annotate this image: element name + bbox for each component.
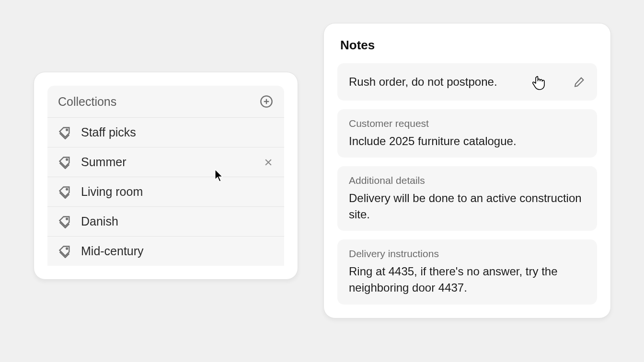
collections-list: Collections Staff picks (47, 86, 284, 266)
note-label: Customer request (349, 118, 586, 129)
svg-point-3 (66, 129, 68, 130)
tag-icon (58, 126, 71, 139)
tag-icon (58, 156, 71, 169)
collection-label: Danish (81, 215, 274, 228)
note-text: Ring at 4435, if there's no answer, try … (349, 263, 586, 295)
note-item[interactable]: Rush order, do not postpone. (337, 63, 597, 101)
collection-row[interactable]: Staff picks (47, 118, 284, 147)
add-collection-button[interactable] (259, 94, 274, 109)
collection-label: Summer (81, 155, 253, 169)
close-icon (264, 158, 273, 167)
tag-icon (58, 245, 71, 258)
notes-title: Notes (340, 38, 597, 53)
collection-label: Mid-century (81, 244, 274, 258)
note-label: Additional details (349, 175, 586, 186)
collection-row[interactable]: Danish (47, 207, 284, 237)
tag-icon (58, 215, 71, 228)
note-text: Delivery will be done to an active const… (349, 190, 586, 222)
collection-row[interactable]: Living room (47, 177, 284, 207)
pencil-icon (574, 76, 585, 88)
svg-point-9 (66, 248, 68, 249)
svg-point-7 (66, 188, 68, 190)
note-label: Delivery instructions (349, 248, 586, 260)
collections-header: Collections (47, 86, 284, 118)
collection-label: Staff picks (81, 125, 274, 139)
tag-icon (58, 185, 71, 199)
notes-card: Notes Rush order, do not postpone. Custo… (323, 23, 611, 318)
note-item[interactable]: Customer request Include 2025 furniture … (337, 109, 597, 158)
collection-row[interactable]: Mid-century (47, 237, 284, 266)
collection-label: Living room (81, 185, 274, 199)
remove-collection-button[interactable] (263, 157, 274, 168)
collections-title: Collections (58, 95, 116, 109)
plus-circle-icon (260, 95, 273, 108)
collection-row[interactable]: Summer (47, 147, 284, 177)
edit-note-button[interactable] (573, 76, 586, 88)
svg-point-4 (66, 158, 68, 160)
note-text: Include 2025 furniture catalogue. (349, 133, 586, 149)
note-item[interactable]: Delivery instructions Ring at 4435, if t… (337, 239, 597, 304)
note-text: Rush order, do not postpone. (349, 74, 564, 90)
svg-point-8 (66, 218, 68, 219)
note-item[interactable]: Additional details Delivery will be done… (337, 166, 597, 231)
collections-card: Collections Staff picks (34, 72, 298, 280)
